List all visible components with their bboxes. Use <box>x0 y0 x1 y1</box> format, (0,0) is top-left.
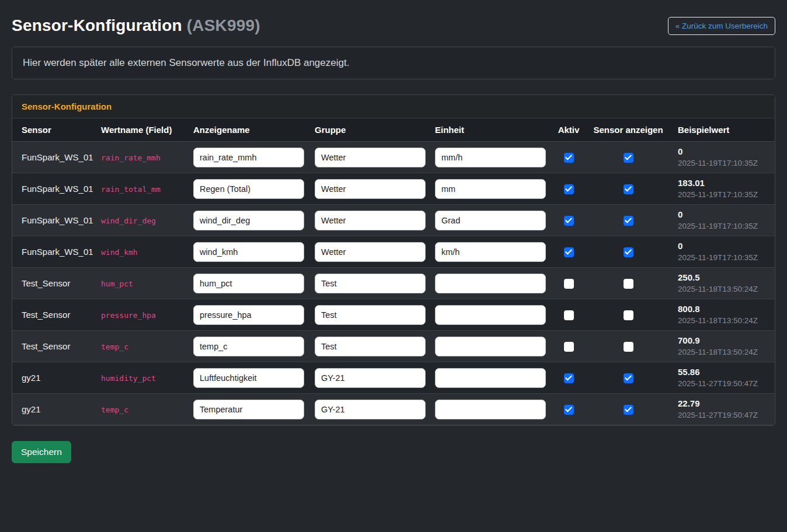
gruppe-input[interactable] <box>315 400 426 419</box>
sensor-config-card: Sensor-Konfiguration Sensor Wertname (Fi… <box>12 94 775 426</box>
sensor-anzeigen-checkbox[interactable] <box>624 342 633 352</box>
field-name: temp_c <box>101 342 128 351</box>
anzeigename-input[interactable] <box>193 368 304 388</box>
col-header-wertname: Wertname (Field) <box>94 118 186 142</box>
einheit-input[interactable] <box>435 179 546 199</box>
einheit-input[interactable] <box>435 274 546 293</box>
table-row: FunSpark_WS_01 rain_rate_mmh 0 2025-11-1… <box>12 142 775 173</box>
einheit-input[interactable] <box>435 337 546 356</box>
aktiv-checkbox[interactable] <box>564 342 574 352</box>
sensor-anzeigen-checkbox[interactable] <box>624 310 633 320</box>
anzeigename-input[interactable] <box>193 305 304 325</box>
table-row: gy21 temp_c 22.79 2025-11-27T19:50:47Z <box>12 394 775 425</box>
anzeigename-input[interactable] <box>193 337 304 356</box>
sensor-anzeigen-checkbox[interactable] <box>624 184 633 194</box>
aktiv-checkbox[interactable] <box>564 310 574 320</box>
sensor-name: FunSpark_WS_01 <box>12 142 94 173</box>
sensor-anzeigen-checkbox[interactable] <box>624 216 633 226</box>
col-header-sensor: Sensor <box>12 118 94 142</box>
sample-value: 800.8 <box>678 303 768 315</box>
anzeigename-input[interactable] <box>193 148 304 167</box>
sample-timestamp: 2025-11-18T13:50:24Z <box>678 346 768 358</box>
aktiv-checkbox[interactable] <box>564 216 574 226</box>
sensor-anzeigen-checkbox[interactable] <box>624 405 633 415</box>
col-header-einheit: Einheit <box>428 118 552 142</box>
aktiv-checkbox[interactable] <box>564 247 574 257</box>
gruppe-input[interactable] <box>315 179 426 199</box>
info-alert: Hier werden später alle externen Sensorw… <box>12 47 775 79</box>
sensor-table: Sensor Wertname (Field) Anzeigename Grup… <box>12 118 775 425</box>
gruppe-input[interactable] <box>315 242 426 262</box>
anzeigename-input[interactable] <box>193 400 304 419</box>
gruppe-input[interactable] <box>315 148 426 167</box>
anzeigename-input[interactable] <box>193 274 304 293</box>
einheit-input[interactable] <box>435 148 546 167</box>
table-row: Test_Sensor pressure_hpa 800.8 2025-11-1… <box>12 299 775 331</box>
sample-value: 250.5 <box>678 272 768 284</box>
gruppe-input[interactable] <box>315 337 426 356</box>
save-button[interactable]: Speichern <box>12 441 71 463</box>
page-title-text: Sensor-Konfiguration <box>12 16 182 34</box>
sample-timestamp: 2025-11-27T19:50:47Z <box>678 410 768 421</box>
col-header-gruppe: Gruppe <box>308 118 428 142</box>
sample-timestamp: 2025-11-19T17:10:35Z <box>678 252 768 263</box>
col-header-aktiv: Aktiv <box>552 118 586 142</box>
sensor-anzeigen-checkbox[interactable] <box>624 279 633 289</box>
sample-value: 0 <box>678 209 768 220</box>
sensor-name: FunSpark_WS_01 <box>12 205 94 236</box>
aktiv-checkbox[interactable] <box>564 373 574 383</box>
col-header-beispielwert: Beispielwert <box>671 118 775 142</box>
field-name: humidity_pct <box>101 374 156 383</box>
einheit-input[interactable] <box>435 242 546 262</box>
col-header-sensor-anzeigen: Sensor anzeigen <box>586 118 671 142</box>
einheit-input[interactable] <box>435 305 546 325</box>
aktiv-checkbox[interactable] <box>564 405 574 415</box>
sample-value: 0 <box>678 240 768 252</box>
sample-value: 55.86 <box>678 366 768 378</box>
sample-timestamp: 2025-11-19T17:10:35Z <box>678 220 768 232</box>
einheit-input[interactable] <box>435 400 546 419</box>
field-name: temp_c <box>101 405 128 414</box>
sensor-name: gy21 <box>12 362 94 394</box>
col-header-anzeigename: Anzeigename <box>186 118 308 142</box>
gruppe-input[interactable] <box>315 368 426 388</box>
aktiv-checkbox[interactable] <box>564 153 574 163</box>
sensor-name: Test_Sensor <box>12 331 94 362</box>
anzeigename-input[interactable] <box>193 179 304 199</box>
sensor-anzeigen-checkbox[interactable] <box>624 247 633 257</box>
anzeigename-input[interactable] <box>193 211 304 230</box>
field-name: wind_kmh <box>101 248 138 257</box>
einheit-input[interactable] <box>435 211 546 230</box>
sensor-name: FunSpark_WS_01 <box>12 236 94 268</box>
einheit-input[interactable] <box>435 368 546 388</box>
field-name: rain_rate_mmh <box>101 153 161 162</box>
page-title-suffix: (ASK999) <box>187 16 260 34</box>
table-row: Test_Sensor hum_pct 250.5 2025-11-18T13:… <box>12 268 775 299</box>
sensor-anzeigen-checkbox[interactable] <box>624 153 633 163</box>
sample-timestamp: 2025-11-27T19:50:47Z <box>678 378 768 389</box>
field-name: rain_total_mm <box>101 185 161 194</box>
sample-value: 183.01 <box>678 177 768 189</box>
table-row: Test_Sensor temp_c 700.9 2025-11-18T13:5… <box>12 331 775 362</box>
page-header: Sensor-Konfiguration (ASK999) « Zurück z… <box>12 16 775 35</box>
table-row: FunSpark_WS_01 wind_kmh 0 2025-11-19T17:… <box>12 236 775 268</box>
sample-timestamp: 2025-11-19T17:10:35Z <box>678 158 768 169</box>
aktiv-checkbox[interactable] <box>564 184 574 194</box>
gruppe-input[interactable] <box>315 274 426 293</box>
gruppe-input[interactable] <box>315 305 426 325</box>
sensor-name: Test_Sensor <box>12 268 94 299</box>
page-title: Sensor-Konfiguration (ASK999) <box>12 16 260 35</box>
anzeigename-input[interactable] <box>193 242 304 262</box>
table-header-row: Sensor Wertname (Field) Anzeigename Grup… <box>12 118 775 142</box>
gruppe-input[interactable] <box>315 211 426 230</box>
table-row: FunSpark_WS_01 rain_total_mm 183.01 2025… <box>12 173 775 205</box>
sample-timestamp: 2025-11-18T13:50:24Z <box>678 315 768 326</box>
back-button[interactable]: « Zurück zum Userbereich <box>668 17 775 35</box>
sensor-anzeigen-checkbox[interactable] <box>624 373 633 383</box>
field-name: hum_pct <box>101 279 133 288</box>
sensor-name: Test_Sensor <box>12 299 94 331</box>
table-row: gy21 humidity_pct 55.86 2025-11-27T19:50… <box>12 362 775 394</box>
sample-value: 700.9 <box>678 335 768 346</box>
aktiv-checkbox[interactable] <box>564 279 574 289</box>
table-row: FunSpark_WS_01 wind_dir_deg 0 2025-11-19… <box>12 205 775 236</box>
